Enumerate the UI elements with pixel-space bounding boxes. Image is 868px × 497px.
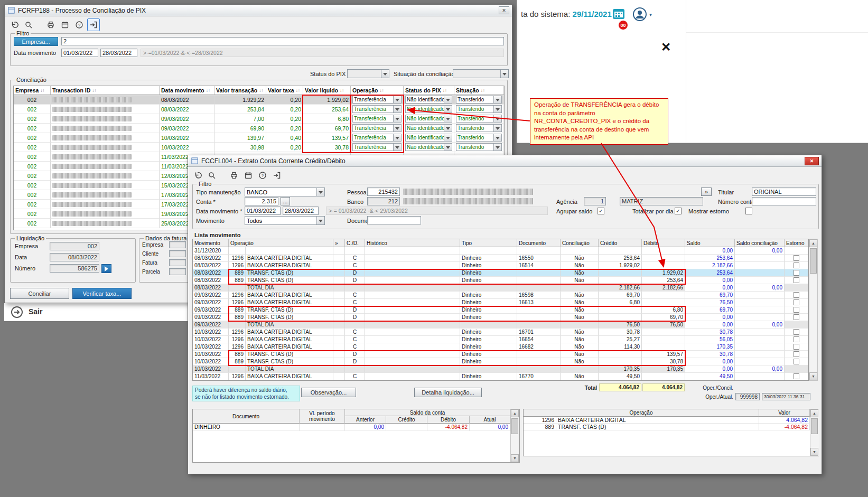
row-combo[interactable]: Transferência [352, 96, 402, 104]
column-header[interactable]: Valor taxa↓↑ [266, 86, 303, 95]
estorno-checkbox[interactable] [794, 307, 799, 313]
row-combo[interactable]: Transferido [456, 105, 502, 113]
estorno-checkbox[interactable] [794, 351, 799, 357]
extrato-grid-row[interactable]: 09/03/2022889TRANSF. CTAS (D)DDinheiroNã… [193, 314, 808, 321]
column-header[interactable]: Data movimento↓↑ [160, 86, 214, 95]
row-combo[interactable]: Não identificado [405, 134, 452, 142]
row-combo[interactable]: Não identificado [405, 105, 452, 113]
exit-icon[interactable] [270, 169, 283, 182]
row-combo[interactable]: Não identificado [405, 96, 452, 104]
row-combo[interactable]: Transferido [456, 134, 502, 142]
dropdown-arrow-icon[interactable] [493, 96, 501, 103]
documento-field[interactable] [367, 216, 421, 224]
column-header[interactable]: Empresa↓↑ [14, 86, 51, 95]
column-header[interactable]: Status do PIX↓↑ [404, 86, 454, 95]
conciliar-button[interactable]: Conciliar [10, 288, 69, 299]
extrato-grid-row[interactable]: 08/03/20221296BAIXA CARTEIRA DIGITALCDin… [193, 262, 808, 269]
operacao-row[interactable]: 1296BAIXA CARTEIRA DIGITAL4.064,82 [524, 417, 810, 424]
search-icon[interactable] [206, 169, 218, 182]
row-combo[interactable]: Transferência [352, 134, 402, 142]
dropdown-arrow-icon[interactable] [493, 125, 501, 132]
pessoa-code-field[interactable]: 215432 [367, 187, 400, 196]
verificar-taxa-button[interactable]: Verificar taxa... [72, 288, 132, 299]
extrato-date-from-field[interactable]: 01/03/2022 [245, 207, 281, 215]
extrato-grid-row[interactable]: 11/03/20221296BAIXA CARTEIRA DIGITALCDin… [193, 373, 808, 380]
empresa-button[interactable]: Empresa... [14, 37, 58, 46]
extrato-grid-row[interactable]: 10/03/2022889TRANSF. CTAS (D)DDinheiroNã… [193, 351, 808, 358]
column-header[interactable]: Estorno [785, 239, 808, 247]
lookup-button[interactable]: ... [281, 197, 290, 205]
dropdown-arrow-icon[interactable] [493, 134, 501, 141]
pix-window-close-button[interactable]: ✕ [499, 6, 509, 14]
dropdown-arrow-icon[interactable] [444, 144, 452, 151]
column-header[interactable]: Conciliação [561, 239, 599, 247]
extrato-window-close-button[interactable]: ✕ [805, 157, 819, 165]
estorno-checkbox[interactable] [794, 336, 799, 342]
row-combo[interactable]: Transferido [456, 115, 502, 123]
column-header[interactable]: Documento [517, 239, 561, 247]
close-panel-icon[interactable]: ✕ [661, 40, 671, 54]
column-header[interactable]: C./D. [345, 239, 365, 247]
column-header[interactable]: Operação↓↑ [351, 86, 404, 95]
column-header[interactable]: Débito [642, 239, 685, 247]
extrato-grid-row[interactable]: 10/03/20221296BAIXA CARTEIRA DIGITALCDin… [193, 343, 808, 351]
help-icon[interactable]: ? [73, 18, 86, 31]
dropdown-arrow-icon[interactable] [444, 96, 452, 103]
extrato-grid-row[interactable]: 31/12/20200,000,00 [193, 247, 808, 255]
extrato-grid-row[interactable]: 10/03/2022889TRANSF. CTAS (D)DDinheiroNã… [193, 358, 808, 365]
dropdown-arrow-icon[interactable] [316, 188, 324, 196]
menu-item-sair[interactable]: Sair [29, 307, 42, 316]
estorno-checkbox[interactable] [794, 262, 799, 268]
dropdown-arrow-icon[interactable] [444, 125, 452, 132]
calendar-icon[interactable] [612, 7, 625, 20]
dropdown-arrow-icon[interactable] [500, 70, 508, 78]
date-to-field[interactable]: 28/03/2022 [100, 49, 137, 57]
print-icon[interactable] [228, 169, 240, 182]
estorno-checkbox[interactable] [794, 277, 799, 283]
pix-grid-row[interactable]: 00208/03/2022253,840,20253,64Transferênc… [14, 105, 504, 114]
estorno-checkbox[interactable] [794, 359, 799, 364]
row-combo[interactable]: Não identificado [405, 115, 452, 123]
dropdown-arrow-icon[interactable] [393, 125, 401, 132]
extrato-grid-row[interactable]: 08/03/2022TOTAL DIA2.182,662.182,660,000… [193, 284, 808, 292]
dropdown-arrow-icon[interactable] [381, 70, 389, 78]
row-combo[interactable]: Transferência [352, 143, 402, 151]
column-header[interactable]: Movimento [193, 239, 229, 247]
dropdown-arrow-icon[interactable] [393, 144, 401, 151]
row-combo[interactable]: Transferência [352, 124, 402, 132]
print-icon[interactable] [44, 18, 57, 31]
pix-grid-row[interactable]: 00209/03/202269,900,2069,70Transferência… [14, 124, 504, 133]
user-avatar-icon[interactable] [632, 7, 647, 22]
extrato-grid-row[interactable]: 09/03/20221296BAIXA CARTEIRA DIGITALCDin… [193, 299, 808, 306]
calendar-icon[interactable] [242, 169, 255, 182]
dropdown-arrow-icon[interactable] [444, 106, 452, 112]
tipo-manutencao-combo[interactable]: BANCO [245, 187, 325, 196]
undo-icon[interactable] [8, 18, 21, 31]
estorno-checkbox[interactable] [794, 255, 799, 261]
agrupar-saldo-checkbox[interactable]: ✓ [598, 208, 604, 214]
dropdown-arrow-icon[interactable] [493, 115, 501, 122]
pix-grid-row[interactable]: 00210/03/202230,980,2030,78Transferência… [14, 143, 504, 152]
column-header[interactable]: Situação↓↑ [454, 86, 504, 95]
expand-button[interactable]: » [701, 187, 712, 196]
estorno-checkbox[interactable] [794, 292, 799, 298]
row-combo[interactable]: Transferido [456, 96, 502, 104]
extrato-grid-row[interactable]: 08/03/20221296BAIXA CARTEIRA DIGITALCDin… [193, 255, 808, 262]
conta-field[interactable]: 2.315 [245, 197, 278, 205]
dropdown-arrow-icon[interactable] [444, 134, 452, 141]
extrato-window-titlebar[interactable]: FCCFL004 - Extrato Conta Corrente Crédit… [188, 155, 822, 167]
user-menu-caret-icon[interactable]: ▾ [649, 12, 652, 17]
row-combo[interactable]: Não identificado [405, 143, 452, 151]
extrato-grid-row[interactable]: 09/03/20221296BAIXA CARTEIRA DIGITALCDin… [193, 292, 808, 299]
date-from-field[interactable]: 01/03/2022 [61, 49, 98, 57]
status-pix-combo[interactable] [347, 69, 389, 78]
dropdown-arrow-icon[interactable] [444, 115, 452, 122]
row-combo[interactable]: Não identificado [405, 124, 452, 132]
row-combo[interactable]: Transferência [352, 115, 402, 123]
movimento-combo[interactable]: Todos [245, 216, 325, 225]
extrato-date-to-field[interactable]: 28/03/2022 [283, 207, 319, 215]
column-header[interactable]: Valor líquido↓↑ [303, 86, 351, 95]
column-header[interactable]: Valor transação↓↑ [214, 86, 266, 95]
help-icon[interactable]: ? [256, 169, 269, 182]
estorno-checkbox[interactable] [794, 329, 799, 335]
